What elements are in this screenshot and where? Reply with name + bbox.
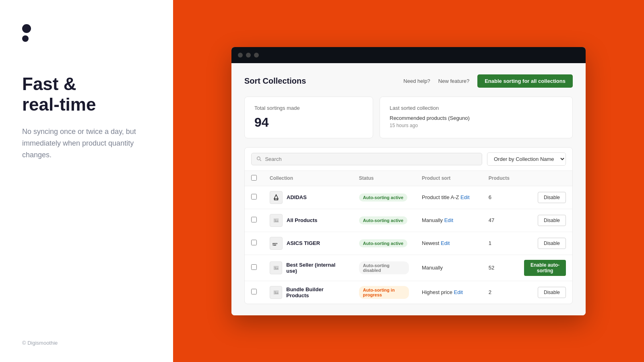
edit-sort-link[interactable]: Edit [444,217,453,223]
product-sort-cell: Product title A-Z Edit [415,186,482,209]
status-badge: Auto-sorting active [359,216,407,224]
disable-button[interactable]: Disable [538,192,566,203]
disable-button[interactable]: Disable [538,287,566,298]
svg-point-8 [275,219,276,220]
placeholder-image-icon [272,288,280,296]
table-header: Collection Status Product sort Products [245,171,572,186]
edit-sort-link[interactable]: Edit [460,194,469,200]
svg-marker-2 [274,195,278,199]
app-window: Sort Collections Need help? New feature?… [231,47,586,315]
need-help-link[interactable]: Need help? [403,78,430,84]
app-content: Sort Collections Need help? New feature?… [231,63,586,315]
action-cell: Enable auto-sorting [518,255,572,281]
status-badge: Auto-sorting active [359,239,407,247]
asics-logo-icon: ASICS TIGER [272,239,280,247]
products-count-cell: 52 [482,255,518,281]
last-sorted-label: Last sorted collection [390,105,563,111]
collection-cell: ASICS TIGER ASICS TIGER [263,232,353,255]
status-badge: Auto-sorting disabled [359,261,409,274]
svg-point-18 [275,291,276,292]
collection-name: ASICS TIGER [287,240,320,246]
collection-name: Bundle Builder Products [286,286,346,298]
svg-point-0 [257,157,260,160]
action-cell: Disable [518,186,572,209]
search-icon [256,156,262,162]
hero-description: No syncing once or twice a day, but imme… [22,126,151,160]
collection-name: Best Seller (internal use) [286,262,346,274]
table-row: All Products Auto-sorting active Manuall… [245,209,572,232]
search-input[interactable] [265,156,477,162]
collection-thumbnail: ASICS TIGER [270,237,283,250]
svg-text:ASICS: ASICS [272,243,278,245]
total-sortings-value: 94 [254,115,363,130]
collection-thumbnail [270,214,283,227]
row-check-cell [245,186,263,209]
row-checkbox[interactable] [251,240,257,245]
last-sorted-name: Recommended products (Seguno) [390,115,563,121]
table-toolbar: Order by Collection Name Order by Date [245,148,572,171]
table-row: ADIDAS Auto-sorting active Product title… [245,186,572,209]
row-check-cell [245,232,263,255]
copyright: © Digismoothie [22,340,58,346]
total-sortings-card: Total sortings made 94 [244,97,373,138]
row-check-cell [245,209,263,232]
edit-sort-link[interactable]: Edit [454,289,463,295]
row-check-cell [245,255,263,281]
col-header-collection: Collection [263,171,353,186]
row-checkbox[interactable] [251,217,257,222]
right-panel: Sort Collections Need help? New feature?… [173,0,644,362]
sort-text: Manually [422,217,443,223]
status-badge: Auto-sorting active [359,193,407,202]
products-count-cell: 2 [482,281,518,304]
collection-cell: ADIDAS [263,186,353,209]
left-panel: Fast &real-time No syncing once or twice… [0,0,173,362]
last-sorted-time: 15 hours ago [390,123,563,128]
col-header-status: Status [353,171,415,186]
disable-button[interactable]: Disable [538,215,566,226]
status-cell: Auto-sorting active [353,186,415,209]
action-cell: Disable [518,232,572,255]
app-titlebar [231,47,586,63]
collection-cell: Best Seller (internal use) [263,255,353,281]
row-checkbox[interactable] [251,194,257,200]
enable-auto-sorting-button[interactable]: Enable auto-sorting [524,260,566,276]
enable-sorting-button[interactable]: Enable sorting for all collections [477,74,573,88]
collection-cell: All Products [263,209,353,232]
collections-table-container: Order by Collection Name Order by Date C… [244,147,573,304]
sort-text: Product title A-Z [422,194,459,200]
search-wrapper [251,153,482,165]
status-cell: Auto-sorting in progress [353,281,415,304]
adidas-logo-icon [272,193,280,202]
row-checkbox[interactable] [251,264,257,270]
status-cell: Auto-sorting active [353,232,415,255]
table-row: Best Seller (internal use) Auto-sorting … [245,255,572,281]
col-header-products: Products [482,171,518,186]
row-check-cell [245,281,263,304]
titlebar-dot-3 [254,53,259,58]
row-checkbox[interactable] [251,289,257,294]
collection-thumbnail [270,191,283,204]
collection-thumbnail [270,261,282,274]
select-all-checkbox[interactable] [251,175,257,181]
table-row: Bundle Builder Products Auto-sorting in … [245,281,572,304]
titlebar-dot-2 [246,53,251,58]
sort-text: Highest price [422,289,452,295]
order-by-select[interactable]: Order by Collection Name Order by Date [487,152,566,166]
product-sort-cell: Newest Edit [415,232,482,255]
product-sort-cell: Manually Edit [415,209,482,232]
logo-dot-small [22,35,29,42]
disable-button[interactable]: Disable [538,238,566,249]
collection-cell: Bundle Builder Products [263,281,353,304]
edit-sort-link[interactable]: Edit [441,240,450,246]
sort-text: Newest [422,240,439,246]
collections-table: Collection Status Product sort Products [245,171,572,304]
svg-point-14 [275,267,276,268]
last-sorted-card: Last sorted collection Recommended produ… [380,97,573,138]
action-cell: Disable [518,209,572,232]
new-feature-link[interactable]: New feature? [438,78,469,84]
app-header: Sort Collections Need help? New feature?… [244,74,573,88]
sort-text: Manually [422,265,443,271]
logo-dot-large [22,24,31,33]
products-count-cell: 47 [482,209,518,232]
status-cell: Auto-sorting active [353,209,415,232]
